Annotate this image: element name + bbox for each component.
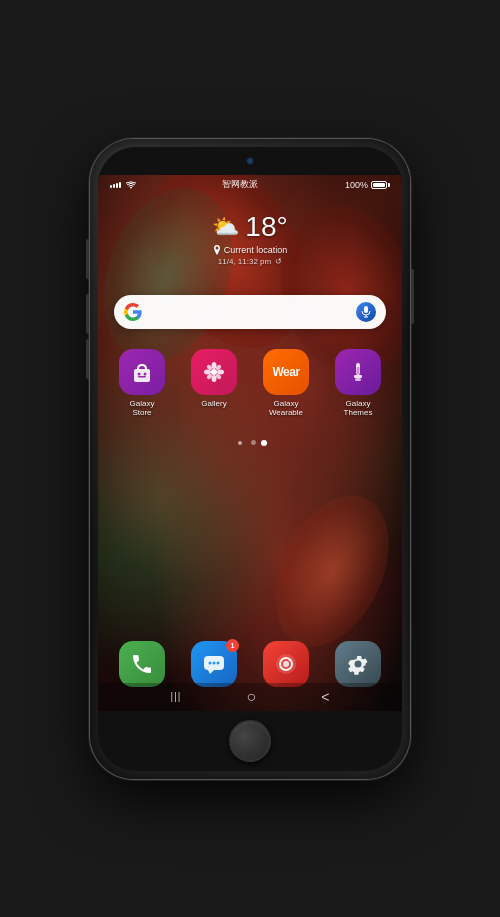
battery-indicator [371,181,390,189]
camera-icon [263,641,309,687]
svg-point-9 [212,362,217,369]
chat-bubble-icon [202,652,226,676]
messages-icon: 1 [191,641,237,687]
phone-body: 智网教派 100% ⛅ 18° [98,147,402,771]
status-left [110,181,136,189]
phone-icon [119,641,165,687]
weather-location-text: Current location [224,245,288,255]
location-pin-icon [213,245,221,255]
gallery-label: Gallery [201,399,226,409]
app-galaxy-store[interactable]: GalaxyStore [106,343,178,424]
gear-icon [346,652,370,676]
signal-bars [110,182,121,188]
battery-body [371,181,387,189]
svg-point-8 [211,369,217,375]
flower-icon [201,359,227,385]
app-galaxy-themes[interactable]: GalaxyThemes [322,343,394,424]
home-button[interactable] [229,720,271,762]
settings-icon [335,641,381,687]
svg-rect-7 [138,376,146,378]
svg-point-6 [144,372,147,375]
weather-widget: ⛅ 18° Current location 11/4, 11:32 pm ↺ [98,203,402,270]
nav-back-button[interactable]: < [321,689,329,705]
svg-point-12 [217,369,224,374]
weather-datetime: 11/4, 11:32 pm ↺ [218,257,282,266]
phone-bottom-bar [98,711,402,771]
weather-temperature: 18° [245,211,287,243]
svg-point-22 [209,661,212,664]
nav-recent-button[interactable]: ||| [171,691,182,702]
paint-brush-icon [345,359,371,385]
signal-bar-4 [119,182,121,188]
app-gallery[interactable]: Gallery [178,343,250,424]
battery-fill [373,183,385,187]
status-bar: 智网教派 100% [98,175,402,195]
weather-row: ⛅ 18° [212,211,287,243]
search-bar[interactable] [114,295,386,329]
store-bag-icon [129,359,155,385]
svg-rect-19 [355,378,361,381]
camera-lens-icon [274,652,298,676]
battery-tip [388,183,390,187]
signal-bar-3 [116,183,118,188]
page-dot-1 [251,440,256,445]
gallery-icon [191,349,237,395]
wifi-icon [126,181,136,189]
wear-text: Wear [272,365,299,379]
svg-point-0 [130,187,132,189]
voice-search-button[interactable] [356,302,376,322]
svg-point-24 [217,661,220,664]
signal-bar-1 [110,185,112,188]
microphone-icon [361,306,371,318]
svg-point-23 [213,661,216,664]
weather-icon: ⛅ [212,214,239,240]
weather-location: Current location [213,245,288,255]
telephone-icon [130,652,154,676]
google-logo [124,303,142,321]
galaxy-wearable-label: GalaxyWearable [269,399,303,418]
svg-rect-18 [354,375,362,378]
svg-rect-20 [357,367,360,374]
datetime-text: 11/4, 11:32 pm [218,257,271,266]
page-dot-2 [261,440,267,446]
status-center-text: 智网教派 [222,178,258,191]
phone-frame: 智网教派 100% ⛅ 18° [90,139,410,779]
themes-icon [335,349,381,395]
page-indicator [98,440,402,446]
status-right: 100% [345,180,390,190]
svg-point-10 [212,375,217,382]
app-galaxy-wearable[interactable]: Wear GalaxyWearable [250,343,322,424]
signal-bar-2 [113,184,115,188]
battery-percentage: 100% [345,180,368,190]
app-grid-row1: GalaxyStore [98,343,402,424]
svg-rect-4 [134,369,150,382]
svg-point-28 [289,658,292,661]
galaxy-store-icon [119,349,165,395]
svg-point-5 [138,372,141,375]
galaxy-themes-label: GalaxyThemes [344,399,373,418]
phone-top-bar [98,147,402,175]
galaxy-store-label: GalaxyStore [130,399,155,418]
wearable-icon: Wear [263,349,309,395]
nav-home-button[interactable]: ○ [246,688,256,706]
page-dot-home [238,441,242,445]
refresh-icon: ↺ [275,257,282,266]
svg-point-27 [283,661,289,667]
messages-badge: 1 [226,639,239,652]
navigation-bar: ||| ○ < [98,683,402,711]
svg-rect-1 [364,306,368,313]
front-camera [246,157,254,165]
svg-point-11 [204,369,211,374]
screen: 智网教派 100% ⛅ 18° [98,175,402,711]
